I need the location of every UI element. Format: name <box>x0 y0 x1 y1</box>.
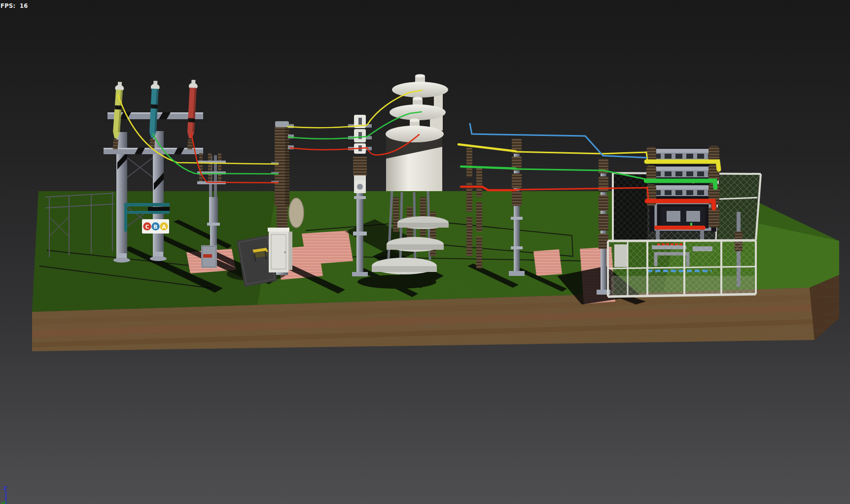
substation-scene[interactable]: C B A <box>0 0 850 504</box>
fenced-enclosure[interactable] <box>608 240 756 297</box>
viewport-3d[interactable]: C B A <box>0 0 850 504</box>
warning-label <box>203 254 212 258</box>
z-axis-label: Z <box>3 485 7 492</box>
phase-c-letter: C <box>145 224 149 230</box>
phase-b-letter: B <box>153 224 157 230</box>
equipment-cabinet-white[interactable] <box>268 228 292 272</box>
world-axis-gizmo: Z y <box>0 484 22 504</box>
y-axis-label: y <box>1 501 4 504</box>
fps-value: 16 <box>20 2 28 9</box>
fps-label: FPS: <box>0 2 15 9</box>
cable-drum <box>289 198 304 228</box>
phase-a-letter: A <box>162 224 166 230</box>
fps-counter: FPS: 16 <box>0 2 15 9</box>
